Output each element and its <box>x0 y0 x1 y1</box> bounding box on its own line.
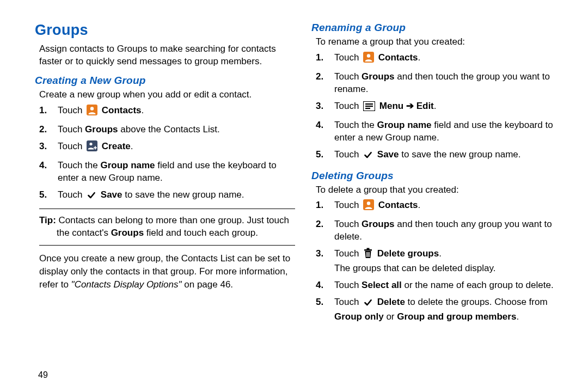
step-3: 3. Touch Menu ➔ Edit. <box>316 100 571 115</box>
heading-renaming: Renaming a Group <box>311 22 571 34</box>
step-5: 5. Touch Delete to delete the groups. Ch… <box>316 296 571 323</box>
save-label: Save <box>101 189 122 200</box>
intro-text: Assign contacts to Groups to make search… <box>39 43 295 68</box>
step-2: 2. Touch Groups and then touch any group… <box>316 218 571 243</box>
contacts-icon <box>363 52 374 66</box>
heading-deleting: Deleting Groups <box>311 170 571 182</box>
step-1: 1. Touch Contacts. <box>39 105 295 119</box>
menu-icon <box>363 101 375 115</box>
creating-steps: 1. Touch Contacts. 2. Touch Groups above… <box>35 105 295 204</box>
step-3: 3. Touch Create. <box>39 140 295 155</box>
divider <box>39 209 295 209</box>
divider <box>39 245 295 246</box>
step-number: 5. <box>39 189 58 201</box>
trash-icon <box>363 248 373 262</box>
step-number: 2. <box>39 124 58 136</box>
creating-lead: Create a new group when you add or edit … <box>39 89 295 101</box>
heading-creating: Creating a New Group <box>35 75 295 87</box>
left-column: Groups Assign contacts to Groups to make… <box>35 22 295 328</box>
heading-groups: Groups <box>35 22 295 39</box>
step-1: 1. Touch Contacts. <box>316 52 571 66</box>
step-2: 2. Touch Groups above the Contacts List. <box>39 124 295 136</box>
step-4: 4. Touch the Group name field and use th… <box>316 119 571 144</box>
step-number: 4. <box>39 160 58 172</box>
deleting-steps: 1. Touch Contacts. 2. Touch Groups and t… <box>311 199 571 323</box>
contacts-label: Contacts <box>102 105 142 115</box>
renaming-lead: To rename a group that you created: <box>316 36 571 48</box>
contacts-icon <box>87 105 97 119</box>
once-paragraph: Once you create a new group, the Contact… <box>39 252 295 291</box>
step-3: 3. Touch Delete groups. The groups that … <box>316 248 571 275</box>
step-5: 5. Touch Save to save the new group name… <box>39 189 295 204</box>
tip-block: Tip: Contacts can belong to more than on… <box>39 215 295 240</box>
tip-label: Tip: <box>39 215 56 225</box>
create-icon <box>87 140 97 155</box>
check-icon <box>87 191 96 204</box>
step-1: 1. Touch Contacts. <box>316 199 571 214</box>
manual-page: Groups Assign contacts to Groups to make… <box>0 0 588 328</box>
contacts-icon <box>363 199 374 214</box>
renaming-steps: 1. Touch Contacts. 2. Touch Groups and t… <box>311 52 571 163</box>
step-5: 5. Touch Save to save the new group name… <box>316 149 571 163</box>
page-number: 49 <box>38 370 48 380</box>
step-number: 3. <box>39 140 58 153</box>
step-4: 4. Touch Select all or the name of each … <box>316 279 571 292</box>
create-label: Create <box>102 141 131 151</box>
step-number: 1. <box>39 105 58 117</box>
check-icon <box>363 298 373 311</box>
check-icon <box>363 151 373 163</box>
step-4: 4. Touch the Group name field and use th… <box>39 160 295 185</box>
deleting-lead: To delete a group that you created: <box>316 184 571 197</box>
step-2: 2. Touch Groups and then touch the group… <box>316 71 571 96</box>
right-column: Renaming a Group To rename a group that … <box>311 22 571 328</box>
